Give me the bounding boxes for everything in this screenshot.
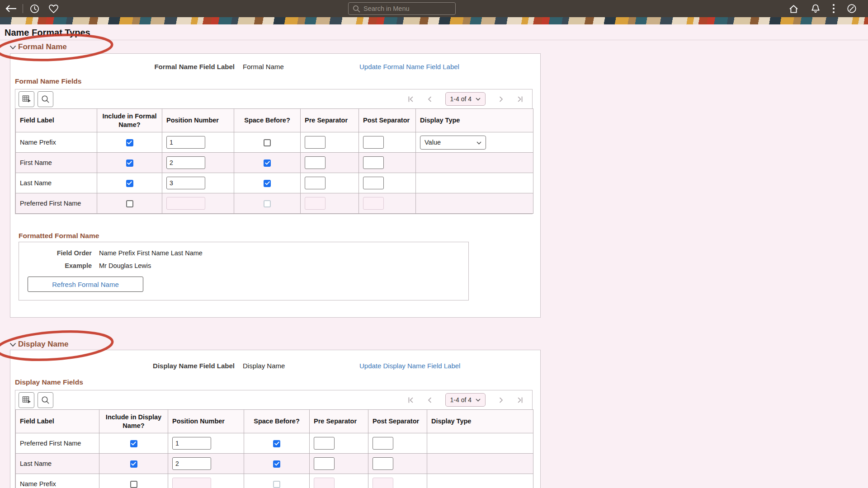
pre-separator-cell	[301, 132, 359, 153]
position-cell	[162, 132, 234, 153]
display-type-select[interactable]: Value	[420, 136, 486, 150]
include-checkbox[interactable]	[126, 139, 133, 146]
top-bar-left	[5, 0, 59, 17]
search-input[interactable]	[363, 5, 451, 12]
example-label: Example	[19, 262, 92, 269]
update-field-label-link[interactable]: Update Display Name Field Label	[359, 362, 460, 370]
field-label-cell: First Name	[16, 153, 97, 173]
space-before-checkbox[interactable]	[264, 160, 271, 167]
pre-separator-cell	[310, 433, 368, 454]
notifications-button[interactable]	[811, 4, 821, 14]
post-separator-input[interactable]	[373, 457, 393, 470]
position-cell	[168, 474, 244, 488]
position-number-input[interactable]	[166, 156, 205, 169]
column-header: Space Before?	[244, 410, 310, 433]
field-label-cell: Name Prefix	[16, 132, 97, 153]
position-number-input[interactable]	[172, 457, 211, 470]
table-header-row: Field LabelInclude in Display Name?Posit…	[16, 410, 533, 433]
post-separator-cell	[359, 153, 416, 173]
update-field-label-link[interactable]: Update Formal Name Field Label	[359, 63, 459, 70]
page-range-label: 1-4 of 4	[450, 95, 472, 103]
space-before-cell	[244, 474, 310, 488]
space-before-cell	[234, 153, 301, 173]
include-cell	[97, 153, 162, 173]
find-button[interactable]	[38, 392, 53, 408]
post-separator-input[interactable]	[363, 136, 384, 149]
chevron-down-icon[interactable]	[9, 343, 16, 347]
space-before-checkbox[interactable]	[273, 440, 280, 447]
column-header: Post Separator	[368, 410, 427, 433]
pre-separator-input[interactable]	[305, 177, 326, 189]
include-cell	[97, 193, 162, 214]
field-label-caption: Formal Name Field Label	[99, 63, 235, 70]
favorites-button[interactable]	[48, 4, 59, 14]
include-checkbox[interactable]	[126, 160, 133, 167]
pre-separator-input[interactable]	[314, 437, 335, 450]
toolbar-divider	[23, 4, 23, 13]
home-button[interactable]	[788, 4, 799, 14]
navbar-button[interactable]	[847, 4, 857, 14]
find-button[interactable]	[38, 91, 53, 107]
space-before-checkbox[interactable]	[264, 139, 271, 146]
first-page-button[interactable]	[407, 96, 414, 103]
post-separator-input[interactable]	[363, 177, 384, 189]
refresh-formal-name-button[interactable]: Refresh Formal Name	[28, 277, 143, 292]
table-row: Name PrefixValue	[16, 132, 533, 153]
table-header: Field LabelInclude in Display Name?Posit…	[16, 410, 533, 433]
space-before-checkbox[interactable]	[273, 460, 280, 468]
pre-separator-input[interactable]	[305, 156, 326, 169]
grid-toolbar-actions	[19, 91, 57, 107]
display-name-groupbox: Display Name Field Label Display Name Up…	[10, 350, 541, 488]
post-separator-input	[373, 478, 393, 488]
display-type-cell	[427, 433, 533, 454]
last-page-button[interactable]	[517, 96, 524, 103]
previous-page-button[interactable]	[426, 397, 433, 404]
display-type-value: Value	[425, 139, 441, 146]
include-cell	[99, 474, 168, 488]
first-page-button[interactable]	[407, 397, 414, 404]
include-checkbox[interactable]	[126, 180, 133, 187]
position-cell	[162, 153, 234, 173]
position-number-input[interactable]	[166, 177, 205, 189]
pre-separator-cell	[301, 173, 359, 193]
position-number-input[interactable]	[166, 136, 205, 149]
page-range-select[interactable]: 1-4 of 4	[445, 393, 486, 407]
back-button[interactable]	[5, 4, 17, 13]
pre-separator-input	[305, 197, 326, 210]
pre-separator-cell	[310, 454, 368, 474]
post-separator-input[interactable]	[373, 437, 393, 450]
actions-menu-button[interactable]	[832, 4, 835, 14]
recent-history-button[interactable]	[30, 4, 39, 14]
position-number-input[interactable]	[172, 437, 211, 450]
column-header: Position Number	[162, 109, 234, 132]
previous-page-button[interactable]	[426, 96, 433, 103]
post-separator-input[interactable]	[363, 156, 384, 169]
page-range-select[interactable]: 1-4 of 4	[445, 92, 486, 106]
space-before-checkbox[interactable]	[264, 180, 271, 187]
formatted-name-heading: Formatted Formal Name	[19, 232, 99, 240]
include-checkbox[interactable]	[126, 200, 133, 207]
recent-history-clock-icon	[30, 4, 39, 14]
display-type-cell	[427, 454, 533, 474]
column-header: Space Before?	[234, 109, 301, 132]
export-grid-button[interactable]	[19, 91, 34, 107]
grid-toolbar: 1-4 of 4	[15, 89, 532, 108]
page-range-label: 1-4 of 4	[450, 396, 472, 404]
pre-separator-input[interactable]	[305, 136, 326, 149]
next-page-button[interactable]	[498, 96, 505, 103]
include-checkbox[interactable]	[130, 440, 137, 447]
chevron-down-icon[interactable]	[9, 45, 16, 50]
fields-heading: Display Name Fields	[15, 378, 83, 386]
next-page-button[interactable]	[498, 397, 505, 404]
last-page-button[interactable]	[517, 397, 524, 404]
pre-separator-input[interactable]	[314, 457, 335, 470]
column-header: Field Label	[16, 109, 97, 132]
include-checkbox[interactable]	[130, 460, 137, 468]
field-label-value: Display Name	[243, 362, 285, 370]
top-bar-right	[788, 0, 868, 17]
include-checkbox[interactable]	[130, 481, 137, 488]
section-title-display-name[interactable]: Display Name	[18, 340, 69, 349]
navbar-compass-icon	[847, 4, 857, 14]
export-grid-button[interactable]	[19, 392, 34, 408]
section-title-formal-name[interactable]: Formal Name	[18, 42, 67, 52]
